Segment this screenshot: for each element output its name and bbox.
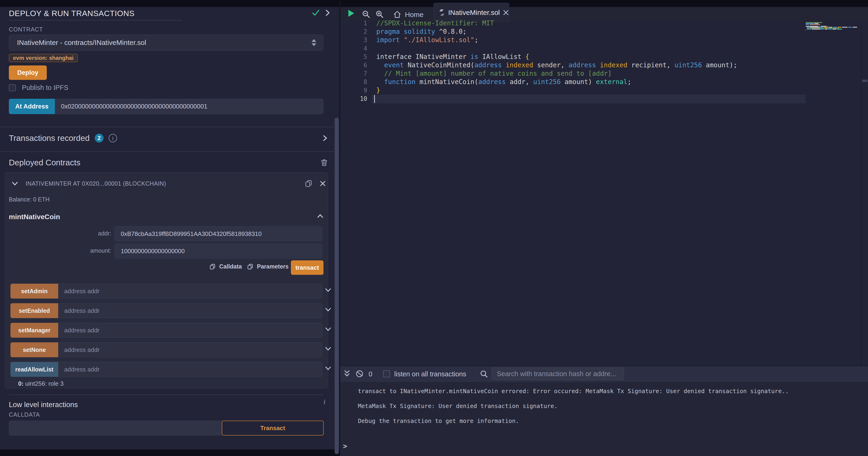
at-address-button[interactable]: At Address bbox=[9, 99, 55, 114]
function-row-setManager: setManager bbox=[10, 323, 323, 338]
deployed-contracts-label: Deployed Contracts bbox=[9, 158, 80, 167]
panel-scrollbar[interactable] bbox=[335, 118, 339, 454]
listen-transactions-checkbox[interactable] bbox=[383, 370, 390, 377]
minimap-divider bbox=[861, 22, 862, 366]
parameters-copy-button[interactable]: Parameters bbox=[247, 263, 288, 270]
instance-header[interactable]: INATIVEMINTER AT 0X020...00001 (BLOCKCHA… bbox=[12, 176, 326, 191]
page-title: DEPLOY & RUN TRANSACTIONS bbox=[9, 9, 134, 18]
solidity-icon bbox=[439, 9, 445, 16]
setNone-expand-icon[interactable] bbox=[325, 346, 331, 351]
home-icon bbox=[393, 11, 401, 19]
code-line-9: } bbox=[376, 86, 737, 94]
contract-select-value: INativeMinter - contracts/INativeMinter.… bbox=[17, 39, 312, 47]
setAdmin-button[interactable]: setAdmin bbox=[10, 284, 58, 298]
section-divider bbox=[0, 151, 337, 152]
evm-version-badge: evm version: shanghai bbox=[9, 54, 78, 62]
setEnabled-input[interactable] bbox=[58, 303, 322, 318]
code-content[interactable]: //SPDX-License-Identifier: MITpragma sol… bbox=[376, 19, 737, 103]
copy-address-icon[interactable] bbox=[305, 179, 312, 188]
tab-home[interactable]: Home bbox=[393, 9, 424, 21]
line-number-7: 7 bbox=[340, 69, 367, 78]
clear-console-icon[interactable] bbox=[355, 370, 364, 378]
line-number-1: 1 bbox=[340, 19, 367, 27]
section-divider bbox=[0, 127, 337, 127]
transact-button[interactable]: transact bbox=[291, 260, 323, 275]
line-number-6: 6 bbox=[340, 61, 367, 69]
code-line-6: event NativeCoinMinted(address indexed s… bbox=[376, 61, 737, 69]
trash-icon[interactable] bbox=[321, 159, 328, 166]
publish-ipfs-label: Publish to IPFS bbox=[22, 84, 68, 91]
call-result: 0: uint256: role 3 bbox=[18, 380, 64, 387]
setEnabled-expand-icon[interactable] bbox=[325, 307, 331, 312]
terminal-expand-icon[interactable] bbox=[343, 369, 350, 378]
calldata-label: CALLDATA bbox=[9, 411, 40, 418]
instance-title: INATIVEMINTER AT 0X020...00001 (BLOCKCHA… bbox=[26, 180, 166, 187]
setManager-input[interactable] bbox=[58, 323, 322, 338]
function-collapse-icon[interactable] bbox=[317, 214, 323, 219]
line-number-4: 4 bbox=[340, 44, 367, 53]
zoom-in-icon[interactable] bbox=[376, 10, 383, 18]
function-row-setAdmin: setAdmin bbox=[10, 284, 323, 298]
setManager-button[interactable]: setManager bbox=[10, 323, 58, 338]
pending-tx-count: 0 bbox=[369, 370, 372, 378]
terminal-log-3: Debug the transaction to get more inform… bbox=[358, 414, 788, 429]
line-number-3: 3 bbox=[340, 36, 367, 44]
transactions-recorded-label: Transactions recorded bbox=[9, 134, 90, 143]
code-line-10 bbox=[376, 94, 737, 103]
transactions-expand-icon[interactable] bbox=[322, 135, 328, 141]
contract-select[interactable]: INativeMinter - contracts/INativeMinter.… bbox=[9, 34, 323, 51]
contract-label: CONTRACT bbox=[9, 26, 43, 33]
calldata-copy-button[interactable]: Calldata bbox=[210, 263, 242, 270]
code-line-4 bbox=[376, 44, 737, 53]
line-number-10: 10 bbox=[340, 94, 367, 103]
code-line-3: import "./IAllowList.sol"; bbox=[376, 36, 737, 44]
terminal-log-2: MetaMask Tx Signature: User denied trans… bbox=[358, 399, 788, 414]
setEnabled-button[interactable]: setEnabled bbox=[10, 303, 58, 318]
line-number-5: 5 bbox=[340, 53, 367, 61]
minimap[interactable] bbox=[806, 22, 861, 59]
publish-ipfs-checkbox[interactable] bbox=[9, 84, 16, 91]
editor-scrollbar-marker[interactable] bbox=[862, 80, 868, 82]
terminal-search-input[interactable] bbox=[492, 368, 624, 380]
copy-icon bbox=[247, 263, 253, 270]
collapse-panel-icon[interactable] bbox=[325, 9, 331, 16]
search-icon bbox=[480, 370, 488, 378]
info-icon[interactable]: i bbox=[109, 134, 117, 142]
readAllowList-button[interactable]: readAllowList bbox=[10, 362, 58, 377]
line-numbers: 12345678910 bbox=[340, 19, 367, 103]
function-row-readAllowList: readAllowList bbox=[10, 362, 323, 377]
section-divider bbox=[9, 395, 323, 395]
setManager-expand-icon[interactable] bbox=[325, 327, 331, 332]
tab-close-icon[interactable] bbox=[503, 10, 509, 16]
low-level-title: Low level interactions bbox=[9, 401, 78, 409]
instance-collapse-icon[interactable] bbox=[12, 181, 18, 186]
line-number-8: 8 bbox=[340, 78, 367, 86]
compile-success-icon bbox=[312, 9, 320, 16]
at-address-input[interactable] bbox=[55, 99, 323, 114]
publish-to-ipfs-row: Publish to IPFS bbox=[9, 84, 68, 91]
select-arrows-icon bbox=[312, 39, 316, 46]
low-level-transact-button[interactable]: Transact bbox=[222, 421, 324, 435]
readAllowList-input[interactable] bbox=[58, 362, 322, 377]
zoom-out-icon[interactable] bbox=[362, 10, 370, 18]
setAdmin-expand-icon[interactable] bbox=[325, 288, 331, 292]
function-row-setNone: setNone bbox=[10, 342, 323, 357]
terminal-prompt[interactable]: > bbox=[343, 442, 347, 450]
listen-transactions-label: listen on all transactions bbox=[394, 370, 466, 378]
code-line-2: pragma solidity ^0.8.0; bbox=[376, 27, 737, 36]
low-level-info-icon[interactable]: i bbox=[323, 398, 325, 406]
amount-input[interactable] bbox=[115, 244, 322, 258]
transactions-count-badge: 2 bbox=[95, 134, 103, 143]
setNone-input[interactable] bbox=[58, 342, 322, 357]
readAllowList-expand-icon[interactable] bbox=[325, 366, 331, 371]
deploy-button[interactable]: Deploy bbox=[9, 65, 47, 80]
instance-balance: Balance: 0 ETH bbox=[9, 196, 50, 203]
run-script-icon[interactable] bbox=[348, 9, 354, 17]
setAdmin-input[interactable] bbox=[58, 284, 322, 298]
calldata-input[interactable] bbox=[9, 421, 222, 435]
copy-icon bbox=[210, 263, 216, 270]
addr-input[interactable] bbox=[115, 226, 322, 241]
instance-close-icon[interactable] bbox=[320, 180, 326, 187]
setNone-button[interactable]: setNone bbox=[10, 342, 58, 357]
transactions-recorded-row[interactable]: Transactions recorded 2 i bbox=[9, 130, 328, 146]
